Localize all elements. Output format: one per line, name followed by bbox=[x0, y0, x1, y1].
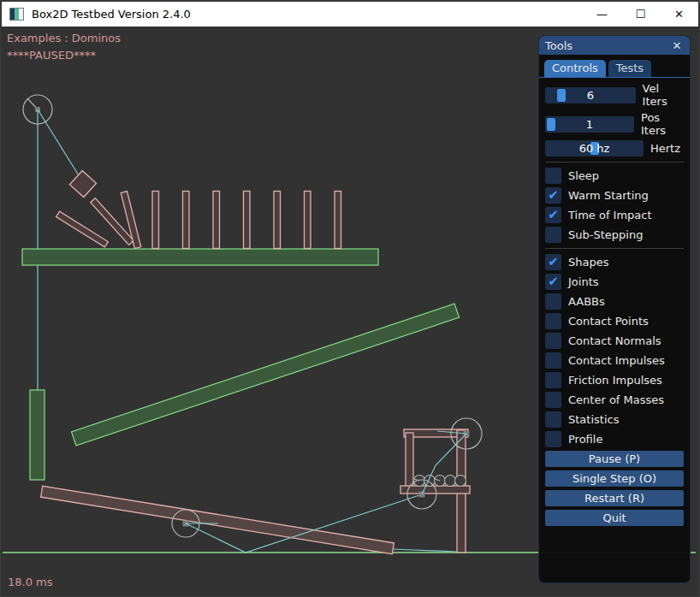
close-button[interactable]: ✕ bbox=[660, 2, 698, 27]
vel-iters-slider[interactable]: 6 bbox=[545, 87, 636, 103]
title-bar: Box2D Testbed Version 2.4.0 — ☐ ✕ bbox=[2, 2, 698, 27]
checkbox-contact-normals[interactable]: ✔ Contact Normals bbox=[545, 333, 684, 349]
checkbox-label: Statistics bbox=[568, 413, 619, 426]
single-step-button[interactable]: Single Step (O) bbox=[545, 470, 684, 487]
window-title: Box2D Testbed Version 2.4.0 bbox=[32, 8, 583, 21]
checkbox-box[interactable]: ✔ bbox=[545, 207, 561, 223]
tools-panel-titlebar[interactable]: Tools ✕ bbox=[539, 36, 690, 55]
maximize-button[interactable]: ☐ bbox=[621, 2, 660, 27]
green-pillar bbox=[30, 390, 44, 480]
tab-controls[interactable]: Controls bbox=[544, 60, 606, 77]
app-icon bbox=[9, 8, 24, 21]
checkbox-box[interactable]: ✔ bbox=[545, 313, 561, 329]
joint-line-ground bbox=[393, 549, 457, 552]
domino-platform bbox=[22, 249, 378, 265]
slider-label: Vel Iters bbox=[643, 82, 684, 108]
checkbox-contact-points[interactable]: ✔ Contact Points bbox=[545, 313, 684, 329]
tab-bar: Controls Tests bbox=[539, 55, 690, 78]
checkbox-box[interactable]: ✔ bbox=[545, 293, 561, 310]
separator bbox=[545, 162, 684, 163]
check-icon: ✔ bbox=[548, 275, 559, 288]
slider-row-hertz: 60 hz Hertz bbox=[545, 140, 684, 157]
frame-time-label: 18.0 ms bbox=[8, 576, 53, 588]
checkbox-label: Shapes bbox=[568, 256, 608, 269]
checkbox-label: Contact Points bbox=[568, 315, 649, 328]
checkbox-friction-impulses[interactable]: ✔ Friction Impulses bbox=[545, 372, 684, 388]
panel-close-icon[interactable]: ✕ bbox=[670, 39, 684, 52]
slider-label: Pos Iters bbox=[641, 111, 684, 137]
checkbox-box[interactable]: ✔ bbox=[545, 274, 561, 290]
panel-body: 6 Vel Iters 1 Pos Iters 60 hz Hertz bbox=[539, 78, 690, 526]
check-icon: ✔ bbox=[548, 256, 559, 269]
checkbox-label: Sleep bbox=[568, 169, 599, 182]
slider-value: 6 bbox=[545, 87, 636, 103]
checkbox-aabbs[interactable]: ✔ AABBs bbox=[545, 293, 684, 310]
check-icon: ✔ bbox=[548, 189, 559, 202]
slider-row-pos-iters: 1 Pos Iters bbox=[545, 111, 684, 137]
checkbox-center-of-masses[interactable]: ✔ Center of Masses bbox=[545, 392, 684, 408]
checkbox-warm-starting[interactable]: ✔ Warm Starting bbox=[545, 187, 684, 204]
app-window: Box2D Testbed Version 2.4.0 — ☐ ✕ bbox=[0, 0, 700, 597]
checkbox-label: Friction Impulses bbox=[568, 374, 662, 387]
slider-value: 60 hz bbox=[545, 140, 644, 157]
checkbox-box[interactable]: ✔ bbox=[545, 168, 561, 184]
check-icon: ✔ bbox=[548, 209, 559, 222]
checkbox-label: Joints bbox=[568, 275, 599, 288]
joint-line-pendulum bbox=[38, 109, 83, 182]
slider-row-vel-iters: 6 Vel Iters bbox=[545, 82, 684, 108]
checkbox-contact-impulses[interactable]: ✔ Contact Impulses bbox=[545, 352, 684, 369]
slider-label: Hertz bbox=[650, 142, 680, 155]
checkbox-sub-stepping[interactable]: ✔ Sub-Stepping bbox=[545, 227, 684, 243]
checkbox-label: Warm Starting bbox=[568, 189, 649, 202]
checkbox-box[interactable]: ✔ bbox=[545, 254, 561, 270]
checkbox-label: Time of Impact bbox=[568, 209, 652, 222]
separator bbox=[545, 248, 684, 249]
fallen-dominos bbox=[56, 192, 141, 249]
pendulum-box bbox=[69, 170, 96, 197]
hertz-slider[interactable]: 60 hz bbox=[545, 140, 644, 157]
green-ramp bbox=[71, 304, 459, 446]
quit-button[interactable]: Quit bbox=[545, 510, 684, 526]
upright-dominos bbox=[152, 192, 341, 249]
seesaw-plank bbox=[41, 486, 394, 553]
checkbox-shapes[interactable]: ✔ Shapes bbox=[545, 254, 684, 270]
tools-panel: Tools ✕ Controls Tests 6 Vel Iters 1 Pos… bbox=[538, 35, 691, 583]
checkbox-box[interactable]: ✔ bbox=[545, 411, 561, 428]
checkbox-box[interactable]: ✔ bbox=[545, 333, 561, 349]
paused-label: ****PAUSED**** bbox=[7, 49, 96, 62]
checkbox-box[interactable]: ✔ bbox=[545, 372, 561, 388]
cart-balls bbox=[414, 476, 466, 487]
checkbox-label: Contact Impulses bbox=[568, 354, 665, 367]
checkbox-time-of-impact[interactable]: ✔ Time of Impact bbox=[545, 207, 684, 223]
pause-button[interactable]: Pause (P) bbox=[545, 451, 684, 467]
checkbox-profile[interactable]: ✔ Profile bbox=[545, 431, 684, 447]
checkbox-label: Center of Masses bbox=[568, 393, 664, 406]
checkbox-box[interactable]: ✔ bbox=[545, 352, 561, 369]
example-label: Examples : Dominos bbox=[7, 32, 121, 44]
pos-iters-slider[interactable]: 1 bbox=[545, 116, 634, 133]
checkbox-statistics[interactable]: ✔ Statistics bbox=[545, 411, 684, 428]
slider-value: 1 bbox=[545, 116, 634, 133]
checkbox-box[interactable]: ✔ bbox=[545, 392, 561, 408]
checkbox-box[interactable]: ✔ bbox=[545, 187, 561, 204]
checkbox-label: Profile bbox=[568, 433, 602, 446]
checkbox-label: AABBs bbox=[568, 295, 605, 308]
restart-button[interactable]: Restart (R) bbox=[545, 490, 684, 506]
checkbox-label: Sub-Stepping bbox=[568, 228, 643, 241]
checkbox-joints[interactable]: ✔ Joints bbox=[545, 274, 684, 290]
checkbox-sleep[interactable]: ✔ Sleep bbox=[545, 168, 684, 184]
checkbox-box[interactable]: ✔ bbox=[545, 227, 561, 243]
tools-panel-title: Tools bbox=[545, 39, 670, 52]
minimize-button[interactable]: — bbox=[583, 2, 621, 27]
checkbox-label: Contact Normals bbox=[568, 334, 661, 347]
checkbox-box[interactable]: ✔ bbox=[545, 431, 561, 447]
tab-tests[interactable]: Tests bbox=[608, 60, 651, 77]
